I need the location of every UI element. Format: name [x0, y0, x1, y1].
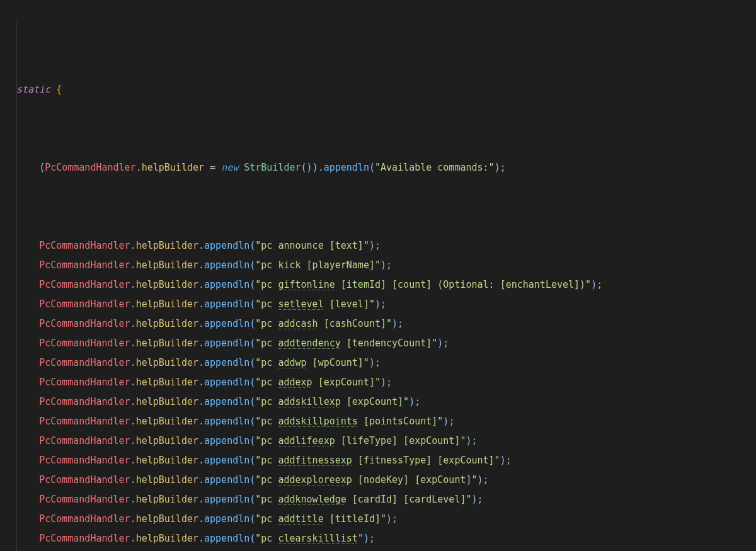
string-post: [cashCount]": [318, 318, 392, 329]
string-post: [fitnessType] [expCount]": [352, 455, 500, 466]
string-post: [level]": [324, 298, 375, 310]
string-post: [lifeType] [expCount]": [335, 435, 466, 446]
indent: [16, 416, 39, 427]
function-call: appendln: [204, 513, 249, 525]
paren-close: ): [437, 338, 443, 349]
string-typo: addcash: [278, 318, 318, 329]
class-name: PcCommandHandler: [39, 474, 130, 486]
property: helpBuilder: [136, 357, 198, 368]
semicolon: ;: [597, 279, 602, 290]
class-name: PcCommandHandler: [39, 494, 130, 505]
semicolon: ;: [500, 162, 506, 173]
space: [238, 162, 244, 173]
paren-open: (: [249, 416, 255, 427]
string-pre: "pc: [255, 533, 278, 544]
code-editor[interactable]: static { (PcCommandHandler.helpBuilder =…: [0, 0, 756, 551]
string-typo: addwp: [278, 357, 306, 368]
dot: .: [198, 338, 204, 349]
semicolon: ;: [398, 318, 403, 329]
code-line: PcCommandHandler.helpBuilder.appendln("p…: [16, 529, 756, 548]
paren-open: (: [249, 494, 255, 505]
dot: .: [130, 416, 136, 427]
string-post: [expCount]": [341, 396, 409, 407]
indent: [16, 162, 39, 173]
paren-open: (: [249, 279, 255, 290]
semicolon: ;: [392, 513, 398, 525]
property: helpBuilder: [136, 435, 198, 446]
dot: .: [130, 298, 136, 310]
dot: .: [198, 474, 204, 486]
code-line: PcCommandHandler.helpBuilder.appendln("p…: [16, 431, 756, 451]
paren-close: ): [381, 259, 386, 271]
dot: .: [130, 435, 136, 446]
code-line-static: static {: [16, 80, 756, 99]
paren-open: (: [249, 298, 255, 310]
property: helpBuilder: [136, 318, 198, 329]
class-name: PcCommandHandler: [39, 298, 130, 310]
paren-close: ): [364, 533, 369, 544]
property: helpBuilder: [136, 474, 198, 486]
operator-assign: =: [204, 162, 221, 173]
semicolon: ;: [483, 474, 489, 486]
constructor: StrBuilder: [244, 162, 301, 173]
code-line: PcCommandHandler.helpBuilder.appendln("p…: [16, 295, 756, 314]
string-typo: addskillpoints: [278, 416, 357, 427]
indent: [16, 298, 39, 310]
dot: .: [130, 494, 136, 505]
string-literal: "Available commands:": [375, 162, 495, 173]
dot: .: [130, 357, 136, 368]
semicolon: ;: [381, 298, 386, 310]
function-call: appendln: [204, 416, 249, 427]
function-call: appendln: [204, 435, 249, 446]
string-typo: addknowledge: [278, 494, 346, 505]
string-pre: "pc: [255, 513, 278, 525]
function-call: appendln: [204, 259, 249, 271]
property: helpBuilder: [136, 240, 198, 251]
dot: .: [198, 494, 204, 505]
semicolon: ;: [449, 416, 454, 427]
function-call: appendln: [204, 455, 249, 466]
dot: .: [198, 377, 204, 388]
class-name: PcCommandHandler: [39, 513, 130, 525]
string-pre: "pc: [255, 377, 278, 388]
semicolon: ;: [472, 435, 478, 446]
string-typo: addtitle: [278, 513, 323, 525]
property: helpBuilder: [136, 298, 198, 310]
string-typo: giftonline: [278, 279, 335, 290]
function-call: appendln: [204, 338, 249, 349]
paren-close: ): [478, 474, 483, 486]
string-pre: "pc: [255, 416, 278, 427]
dot: .: [318, 162, 324, 173]
function-call: appendln: [204, 533, 249, 544]
string-pre: "pc: [255, 357, 278, 368]
paren-open: (: [249, 474, 255, 486]
string-pre: "pc: [255, 494, 278, 505]
indent: [16, 435, 39, 446]
paren-close: ): [591, 279, 597, 290]
string-typo: addfitnessexp: [278, 455, 352, 466]
string-post: [nodeKey] [expCount]": [352, 474, 478, 486]
dot: .: [198, 279, 204, 290]
string-pre: "pc: [255, 298, 278, 310]
indent: [16, 318, 39, 329]
class-name: PcCommandHandler: [39, 318, 130, 329]
dot: .: [130, 279, 136, 290]
property: helpBuilder: [142, 162, 204, 173]
string-typo: clearskilllist: [278, 533, 357, 544]
paren-open: (: [369, 162, 375, 173]
dot: .: [198, 513, 204, 525]
dot: .: [130, 377, 136, 388]
string-typo: addexp: [278, 377, 312, 388]
string-post: [titleId]": [324, 513, 386, 525]
indent: [16, 279, 39, 290]
string-literal: "pc kick [playerName]": [255, 259, 381, 271]
function-call: appendln: [204, 494, 249, 505]
class-name: PcCommandHandler: [39, 377, 130, 388]
class-name: PcCommandHandler: [45, 162, 136, 173]
string-pre: "pc: [255, 318, 278, 329]
paren-open: (: [39, 162, 45, 173]
property: helpBuilder: [136, 533, 198, 544]
dot: .: [130, 318, 136, 329]
function-call: appendln: [204, 240, 249, 251]
indent: [16, 377, 39, 388]
